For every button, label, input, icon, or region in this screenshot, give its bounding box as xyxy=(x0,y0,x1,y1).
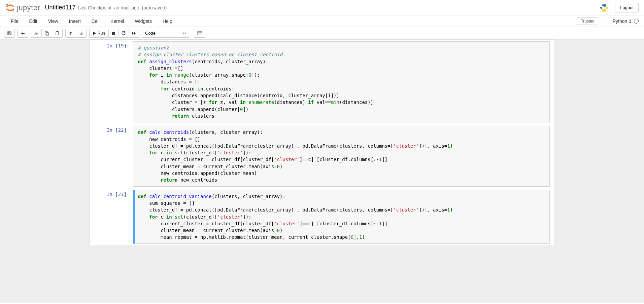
code-content[interactable]: # question2 # Assign cluster clusters ba… xyxy=(138,44,546,119)
input-area[interactable]: def calc_centroid_variance(clusters, clu… xyxy=(133,190,550,244)
logout-button[interactable]: Logout xyxy=(615,3,639,12)
copy-button[interactable] xyxy=(42,29,52,38)
code-content[interactable]: def calc_centroid_variance(clusters, clu… xyxy=(138,193,546,241)
menu-file[interactable]: File xyxy=(5,16,24,27)
menu-view[interactable]: View xyxy=(43,16,64,27)
menu-edit[interactable]: Edit xyxy=(24,16,43,27)
jupyter-text: jupyter xyxy=(17,3,40,12)
svg-rect-8 xyxy=(56,32,59,35)
svg-rect-16 xyxy=(199,34,201,34)
paste-icon xyxy=(55,31,60,36)
svg-point-13 xyxy=(199,32,199,33)
menu-help[interactable]: Help xyxy=(157,16,178,27)
arrow-down-icon xyxy=(79,31,83,36)
celltype-select[interactable]: Code xyxy=(142,29,189,38)
svg-point-3 xyxy=(605,10,606,11)
code-cell[interactable]: In [22]:def calc_centroids(clusters, clu… xyxy=(90,124,554,188)
svg-rect-7 xyxy=(46,33,48,35)
svg-rect-11 xyxy=(197,32,202,35)
kernel-indicator[interactable]: Python 3 xyxy=(608,18,639,24)
save-icon xyxy=(7,31,12,36)
python-icon xyxy=(600,3,609,12)
move-down-button[interactable] xyxy=(76,29,87,38)
input-prompt: In [22]: xyxy=(90,124,133,188)
notebook-name[interactable]: Untitled117 xyxy=(45,4,76,11)
menu-kernel[interactable]: Kernel xyxy=(105,16,129,27)
menubar: File Edit View Insert Cell Kernel Widget… xyxy=(0,15,644,27)
stop-icon xyxy=(111,31,115,35)
checkpoint-status: Last Checkpoint: an hour ago xyxy=(78,5,139,10)
svg-rect-10 xyxy=(112,32,115,35)
plus-icon xyxy=(21,31,25,36)
code-cell[interactable]: In [23]:def calc_centroid_variance(clust… xyxy=(90,188,554,245)
copy-icon xyxy=(44,31,49,36)
restart-run-all-button[interactable] xyxy=(129,29,139,38)
move-up-button[interactable] xyxy=(65,29,76,38)
paste-button[interactable] xyxy=(52,29,63,38)
header: jupyter Untitled117 Last Checkpoint: an … xyxy=(0,0,644,15)
autosave-status: (autosaved) xyxy=(142,5,167,10)
fast-forward-icon xyxy=(132,31,136,35)
play-icon xyxy=(93,32,96,35)
jupyter-icon xyxy=(5,3,15,12)
cut-button[interactable] xyxy=(31,29,42,38)
run-button[interactable]: Run xyxy=(89,29,109,38)
svg-point-14 xyxy=(200,32,200,33)
kernel-name: Python 3 xyxy=(613,18,631,24)
toolbar: Run Code xyxy=(0,27,644,40)
svg-rect-9 xyxy=(57,31,58,32)
menu-cell[interactable]: Cell xyxy=(86,16,105,27)
add-cell-button[interactable] xyxy=(18,29,28,38)
svg-point-1 xyxy=(12,10,14,11)
input-area[interactable]: # question2 # Assign cluster clusters ba… xyxy=(133,41,550,122)
kernel-status-icon xyxy=(634,19,639,24)
menu-widgets[interactable]: Widgets xyxy=(129,16,157,27)
restart-button[interactable] xyxy=(118,29,129,38)
arrow-up-icon xyxy=(68,31,73,36)
run-label: Run xyxy=(98,31,105,36)
command-palette-button[interactable] xyxy=(194,29,205,38)
code-content[interactable]: def calc_centroids(clusters, cluster_arr… xyxy=(138,129,546,183)
code-cell[interactable]: In [19]:# question2 # Assign cluster clu… xyxy=(90,40,554,124)
svg-point-2 xyxy=(603,4,604,5)
menu-insert[interactable]: Insert xyxy=(64,16,86,27)
keyboard-icon xyxy=(197,31,202,35)
save-button[interactable] xyxy=(4,29,15,38)
svg-point-12 xyxy=(198,32,198,33)
input-prompt: In [19]: xyxy=(90,40,133,124)
notebook-container: In [19]:# question2 # Assign cluster clu… xyxy=(0,40,644,303)
svg-point-15 xyxy=(201,32,201,33)
trusted-indicator[interactable]: Trusted xyxy=(577,17,598,25)
jupyter-logo[interactable]: jupyter xyxy=(5,3,40,12)
input-prompt: In [23]: xyxy=(90,188,133,245)
cut-icon xyxy=(34,31,39,36)
input-area[interactable]: def calc_centroids(clusters, cluster_arr… xyxy=(133,126,550,186)
restart-icon xyxy=(121,31,126,36)
interrupt-button[interactable] xyxy=(109,29,118,38)
